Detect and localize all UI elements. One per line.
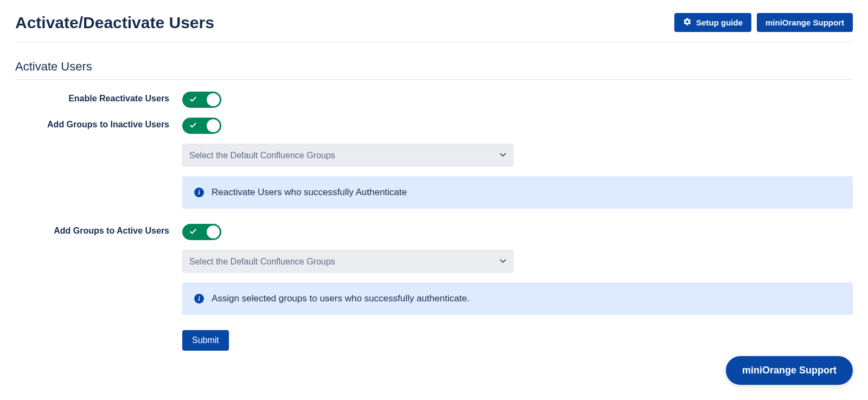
row-enable-reactivate: Enable Reactivate Users (15, 92, 853, 108)
miniorange-support-button[interactable]: miniOrange Support (757, 13, 853, 32)
enable-reactivate-toggle[interactable] (182, 92, 221, 108)
inactive-default-groups-select[interactable]: Select the Default Confluence Groups (182, 144, 513, 166)
section-title: Activate Users (15, 60, 853, 80)
setup-guide-label: Setup guide (696, 18, 743, 27)
toggle-knob (207, 119, 220, 132)
info-icon: i (194, 188, 204, 197)
check-icon (189, 121, 197, 132)
add-groups-inactive-label: Add Groups to Inactive Users (15, 118, 182, 130)
page-header: Activate/Deactivate Users Setup guide mi… (15, 13, 853, 42)
row-add-groups-active: Add Groups to Active Users (15, 224, 853, 240)
support-label: miniOrange Support (765, 18, 844, 27)
activate-users-form: Enable Reactivate Users Add Groups to In… (15, 92, 853, 351)
submit-row: Submit (182, 330, 853, 351)
row-active-groups-select: Select the Default Confluence Groups (182, 250, 853, 273)
enable-reactivate-label: Enable Reactivate Users (15, 92, 182, 104)
info-assign-text: Assign selected groups to users who succ… (212, 293, 469, 304)
row-inactive-groups-select: Select the Default Confluence Groups (182, 144, 853, 166)
info-reactivate-text: Reactivate Users who successfully Authen… (212, 187, 407, 198)
add-groups-inactive-toggle[interactable] (182, 118, 221, 134)
add-groups-active-toggle[interactable] (182, 224, 221, 240)
info-banner-assign: i Assign selected groups to users who su… (182, 282, 853, 315)
active-default-groups-select[interactable]: Select the Default Confluence Groups (182, 250, 513, 273)
toggle-knob (207, 225, 220, 238)
setup-guide-button[interactable]: Setup guide (674, 13, 751, 32)
toggle-knob (207, 93, 220, 106)
submit-button[interactable]: Submit (182, 330, 229, 351)
row-add-groups-inactive: Add Groups to Inactive Users (15, 118, 853, 134)
add-groups-active-label: Add Groups to Active Users (15, 224, 182, 236)
floating-support-button[interactable]: miniOrange Support (726, 356, 853, 364)
check-icon (189, 227, 197, 238)
gear-icon (683, 17, 692, 28)
info-banner-reactivate: i Reactivate Users who successfully Auth… (182, 176, 853, 209)
info-icon: i (194, 294, 204, 304)
page-title: Activate/Deactivate Users (15, 14, 214, 32)
check-icon (189, 95, 197, 106)
header-actions: Setup guide miniOrange Support (674, 13, 853, 32)
